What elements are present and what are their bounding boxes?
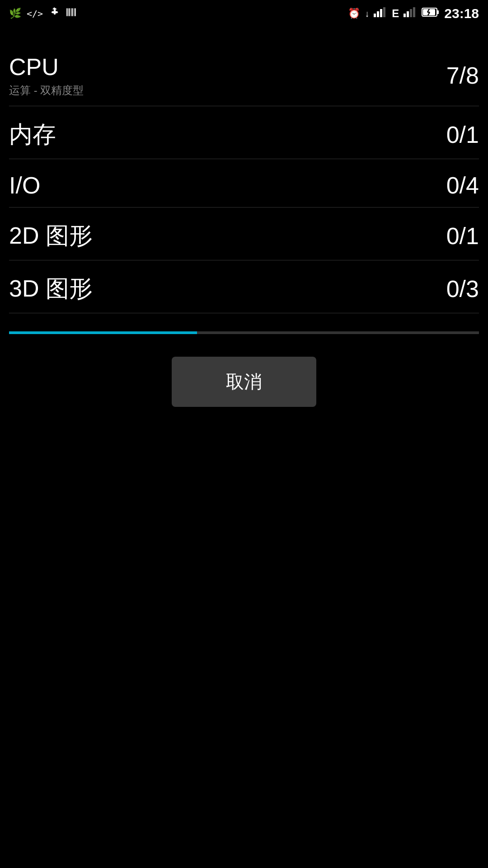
io-title: I/O (9, 172, 40, 199)
svg-rect-6 (75, 8, 76, 16)
clock: 23:18 (444, 6, 479, 21)
signal2-icon (404, 7, 417, 20)
io-score: 0/4 (446, 172, 479, 199)
barcode-icon (66, 6, 77, 21)
svg-rect-11 (404, 14, 406, 17)
leaf-icon: 🌿 (9, 8, 21, 19)
svg-rect-13 (410, 9, 412, 17)
3d-graphics-label-group: 3D 图形 (9, 273, 93, 305)
status-icons-right: ⏰ ↓ E (348, 6, 479, 21)
memory-row[interactable]: 内存 0/1 (9, 106, 479, 159)
status-bar: 🌿 </> ⏰ ↓ E (0, 0, 488, 27)
progress-fill (9, 331, 197, 334)
cancel-button[interactable]: 取消 (172, 357, 316, 407)
svg-rect-8 (377, 11, 379, 17)
cpu-score: 7/8 (446, 62, 479, 89)
svg-rect-3 (71, 8, 71, 16)
2d-graphics-label-group: 2D 图形 (9, 220, 93, 252)
svg-rect-7 (374, 14, 376, 17)
memory-score: 0/1 (446, 121, 479, 148)
2d-graphics-row[interactable]: 2D 图形 0/1 (9, 208, 479, 260)
alarm-icon: ⏰ (348, 8, 360, 19)
code-icon: </> (27, 8, 43, 19)
download-icon: ↓ (365, 9, 369, 19)
2d-graphics-title: 2D 图形 (9, 220, 93, 252)
svg-rect-1 (68, 8, 69, 16)
3d-graphics-title: 3D 图形 (9, 273, 93, 305)
svg-rect-2 (69, 8, 70, 16)
3d-graphics-row[interactable]: 3D 图形 0/3 (9, 260, 479, 313)
cpu-row[interactable]: CPU 运算 - 双精度型 7/8 (9, 41, 479, 106)
main-content: CPU 运算 - 双精度型 7/8 内存 0/1 I/O 0/4 2D 图形 0… (0, 27, 488, 407)
svg-rect-9 (380, 9, 382, 17)
svg-rect-14 (413, 7, 415, 17)
3d-graphics-score: 0/3 (446, 275, 479, 302)
cpu-label-group: CPU 运算 - 双精度型 (9, 53, 84, 98)
io-row[interactable]: I/O 0/4 (9, 159, 479, 208)
svg-rect-16 (437, 10, 439, 14)
e-icon: E (392, 7, 399, 20)
battery-icon (422, 7, 440, 20)
cpu-title: CPU (9, 53, 84, 80)
memory-title: 内存 (9, 119, 56, 151)
svg-rect-5 (74, 8, 75, 16)
usb-icon (48, 6, 60, 21)
svg-rect-10 (383, 7, 385, 17)
memory-label-group: 内存 (9, 119, 56, 151)
cpu-subtitle: 运算 - 双精度型 (9, 83, 84, 98)
progress-bar (9, 331, 479, 334)
signal1-icon (374, 7, 387, 20)
svg-rect-0 (66, 8, 67, 16)
io-label-group: I/O (9, 172, 40, 199)
svg-rect-12 (407, 11, 409, 17)
svg-rect-4 (72, 8, 73, 16)
2d-graphics-score: 0/1 (446, 222, 479, 250)
status-icons-left: 🌿 </> (9, 6, 77, 21)
cancel-button-wrapper: 取消 (9, 357, 479, 407)
